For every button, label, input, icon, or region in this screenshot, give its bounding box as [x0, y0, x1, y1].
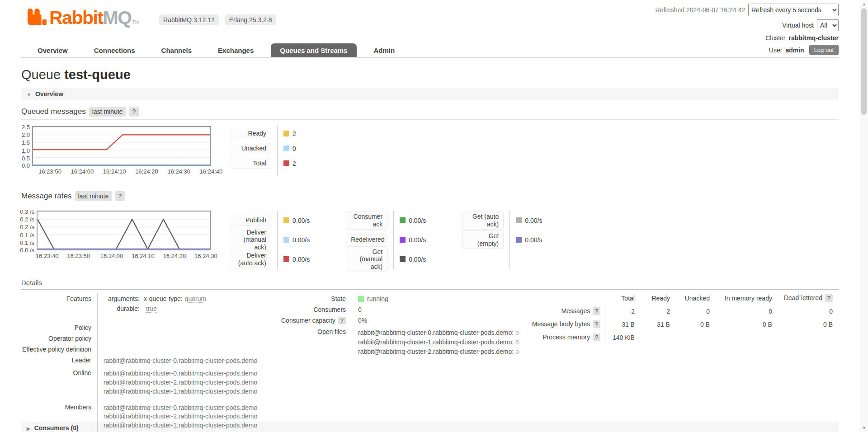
- policy-value: [98, 317, 258, 333]
- feature-key: arguments:: [104, 295, 140, 302]
- consumer-capacity-label: Consumer capacity: [281, 317, 335, 324]
- rabbitmq-version-badge: RabbitMQ 3.12.12: [159, 14, 219, 25]
- scrollbar-thumb[interactable]: [861, 8, 867, 115]
- queued-messages-legend: ReadyUnackedTotal 202: [230, 126, 296, 176]
- online-row: Online rabbit@rabbitmq-cluster-0.rabbitm…: [21, 367, 257, 398]
- help-icon[interactable]: ?: [115, 191, 125, 201]
- help-icon[interactable]: ?: [825, 294, 833, 302]
- stats-cell: 0 B: [716, 318, 778, 331]
- scrollbar-up-icon[interactable]: ▲: [860, 0, 868, 8]
- tab-connections[interactable]: Connections: [85, 43, 144, 57]
- virtual-host-select[interactable]: All: [817, 19, 839, 31]
- stats-cell: [778, 331, 839, 344]
- running-state-icon: [358, 296, 364, 302]
- stats-header-total: Total: [605, 292, 641, 305]
- queued-messages-chart: 2.52.01.51.00.50.0 16:23:5016:24:0016:24…: [21, 126, 211, 176]
- consumer-capacity-row: Consumer capacity? 0%: [281, 315, 519, 326]
- queued-messages-title: Queued messages: [21, 107, 86, 116]
- stats-cell: [676, 331, 716, 344]
- tab-queues-and-streams[interactable]: Queues and Streams: [271, 43, 356, 57]
- logo-text-mq: MQ: [103, 9, 132, 27]
- x-tick-label: 16:24:00: [100, 253, 123, 259]
- y-tick-label: 0.1 /s: [20, 239, 34, 246]
- effective-policy-value: [98, 344, 258, 355]
- logo-text-rabbit: Rabbit: [49, 9, 103, 27]
- help-icon[interactable]: ?: [593, 320, 600, 328]
- help-icon[interactable]: ?: [338, 317, 346, 324]
- chart-range-button[interactable]: last minute: [89, 107, 126, 117]
- open-files-node: rabbit@rabbitmq-cluster-0.rabbitmq-clust…: [358, 328, 519, 338]
- legend-value: 0: [292, 145, 296, 152]
- feature-item: arguments:x-queue-type:quorum: [104, 295, 257, 302]
- y-tick-label: 1.0: [22, 147, 30, 154]
- operator-policy-row: Operator policy: [21, 333, 257, 344]
- stats-cell: 140 KiB: [605, 331, 641, 344]
- y-tick-label: 0.5: [22, 155, 30, 161]
- legend-color-swatch: [283, 160, 289, 166]
- queued-messages-lines: [33, 127, 210, 165]
- scrollbar[interactable]: ▲ ▼: [860, 0, 868, 432]
- queued-messages-header: Queued messageslast minute?: [21, 106, 839, 120]
- policy-label: Policy: [21, 317, 98, 333]
- message-rates-chart: 0.3 /s0.2 /s0.2 /s0.1 /s0.1 /s0.0 /s 16:…: [21, 211, 211, 269]
- leader-row: Leader rabbit@rabbitmq-cluster-0.rabbitm…: [21, 355, 257, 367]
- online-node: rabbit@rabbitmq-cluster-0.rabbitmq-clust…: [104, 369, 257, 378]
- help-icon[interactable]: ?: [593, 333, 600, 341]
- y-axis-ticks: 2.52.01.51.00.50.0: [21, 126, 32, 166]
- legend-label: Unacked: [230, 143, 271, 154]
- page-title-prefix: Queue: [21, 67, 61, 82]
- rabbitmq-logo[interactable]: RabbitMQTM: [27, 8, 139, 27]
- header-right: Refreshed 2024-06-07 16:24:42 Refresh ev…: [656, 4, 839, 58]
- legend-color-swatch: [400, 237, 406, 243]
- scrollbar-down-icon[interactable]: ▼: [860, 424, 868, 432]
- message-rates-lines: [38, 211, 210, 249]
- x-tick-label: 16:24:20: [163, 253, 186, 259]
- leader-node: rabbit@rabbitmq-cluster-0.rabbitmq-clust…: [104, 357, 257, 364]
- section-overview[interactable]: ▼Overview: [21, 88, 839, 100]
- logout-button[interactable]: Log out: [809, 45, 839, 55]
- legend-value: 0.00/s: [525, 236, 542, 244]
- x-tick-label: 16:24:30: [194, 253, 217, 259]
- x-tick-label: 16:24:20: [135, 168, 158, 175]
- tab-overview[interactable]: Overview: [28, 43, 77, 57]
- legend-color-swatch: [400, 217, 406, 223]
- stats-row-messages: Messages? 22000: [532, 305, 839, 318]
- open-files-count: 0: [515, 329, 519, 336]
- help-icon[interactable]: ?: [129, 107, 139, 117]
- stats-cell: 31 B: [641, 318, 676, 331]
- legend-value: 0.00/s: [409, 256, 426, 263]
- legend-value: 0.00/s: [292, 236, 310, 244]
- member-node: rabbit@rabbitmq-cluster-2.rabbitmq-clust…: [104, 412, 257, 421]
- refreshed-timestamp: Refreshed 2024-06-07 16:24:42: [656, 6, 745, 14]
- legend-label: Redelivered: [346, 234, 387, 245]
- open-files-count: 0: [515, 339, 519, 346]
- help-icon[interactable]: ?: [593, 307, 600, 315]
- tab-exchanges[interactable]: Exchanges: [209, 43, 263, 57]
- stats-header-unacked: Unacked: [676, 292, 716, 305]
- legend-column-1: PublishDeliver (manual ack)Deliver (auto…: [230, 211, 310, 269]
- legend-column-2: Consumer ackRedeliveredGet (manual ack) …: [346, 211, 426, 269]
- details-middle-table: State running Consumers 0 Consumer capac…: [281, 293, 519, 358]
- y-tick-label: 2.5: [22, 123, 30, 130]
- legend-value: 0.00/s: [409, 217, 426, 224]
- tab-channels[interactable]: Channels: [152, 43, 201, 57]
- legend-value: 0.00/s: [525, 217, 542, 224]
- triangle-down-icon: ▼: [27, 92, 31, 97]
- stats-cell: 31 B: [605, 318, 641, 331]
- legend-value: 2: [292, 160, 296, 167]
- feature-key: durable:: [104, 305, 140, 312]
- tab-admin[interactable]: Admin: [365, 43, 404, 57]
- operator-policy-value: [98, 333, 258, 344]
- x-tick-label: 16:23:40: [36, 253, 59, 259]
- legend-value: 0.00/s: [292, 256, 310, 263]
- members-label: Members: [21, 398, 98, 432]
- stats-cell: [641, 331, 676, 344]
- stats-cell: 2: [641, 305, 676, 318]
- legend-value: 2: [292, 130, 296, 137]
- chart-range-button[interactable]: last minute: [75, 191, 112, 201]
- cluster-name: rabbitmq-cluster: [789, 34, 839, 42]
- y-axis-ticks: 0.3 /s0.2 /s0.2 /s0.1 /s0.1 /s0.0 /s: [21, 211, 37, 250]
- refresh-interval-select[interactable]: Refresh every 5 seconds: [748, 4, 839, 16]
- details-title: Details: [21, 279, 839, 290]
- y-tick-label: 1.5: [22, 139, 30, 146]
